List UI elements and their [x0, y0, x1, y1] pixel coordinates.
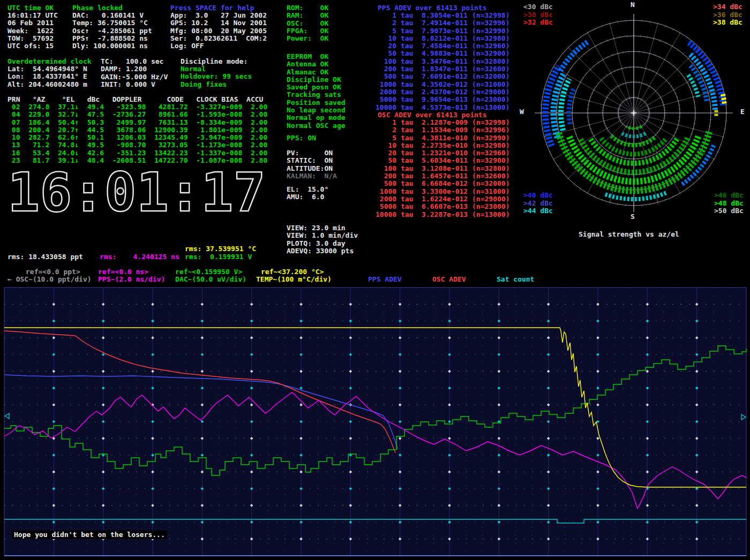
status-line: Normal [181, 65, 252, 73]
status-line: RAM: OK [287, 12, 328, 19]
table-row: 02 274.8 37.1↓ 49.4 -323.98 4281.72 -3.3… [8, 103, 267, 111]
compass-east: E [740, 108, 745, 116]
status-line: FPGA: OK [287, 27, 328, 35]
adev-row: 1000 tau 3.3300e-012 (n=31000) [376, 188, 509, 195]
dbc-legend-label: >32 dBc [523, 19, 553, 27]
signal-strength-polar-map [530, 9, 739, 218]
status-line: Power: OK [287, 35, 328, 42]
status-line: Lat: 54.4964948° N [8, 65, 87, 73]
status-line: GPS: 10.2 14 Nov 2001 [170, 19, 267, 27]
rms-dac: rms: 0.159931 V [185, 253, 252, 261]
adev-row: 5000 tau 6.6607e-013 (n=23000) [376, 203, 509, 210]
dbc-legend-label: >30 dBc [523, 11, 553, 19]
table-row: 16 53.4 24.0↓ 42.6 -351.23 13422.23 -1.3… [8, 149, 267, 157]
adev-row: 10000 tau 4.5373e-013 (n=13000) [376, 104, 509, 111]
status-line: OSC: OK [287, 20, 328, 27]
status-line: Antenna OK [287, 60, 346, 68]
status-line: No leap second [287, 107, 346, 114]
status-line: VIEW: 1.0 min/div [287, 232, 358, 239]
status-line: PLOTQ: 3.0 day [287, 240, 358, 247]
table-row: 10 282.7 62.6↑ 50.1 1206.03 12345.49 -3.… [8, 134, 267, 141]
dbc-legend-label: >34 dBc [713, 3, 742, 11]
adev-row: 200 tau 1.8347e-011 (n=32600) [376, 65, 509, 73]
status-line: Week: 1622 [8, 27, 58, 35]
status-line: Ser: 0.82362611 COM:2 [170, 35, 267, 42]
status-line: VIEW: 23.0 min [287, 224, 358, 232]
dbc-legend-label: >44 dBc [523, 207, 553, 215]
adev-row: 100 tau 3.3476e-011 (n=32800) [376, 58, 509, 65]
loop-param-lines: TC: 100.0 secDAMP: 1.200GAIN:-5.000 Hz/V… [101, 58, 168, 88]
status-line: STATIC: ON [287, 157, 333, 164]
adev-row: 200 tau 1.6457e-011 (n=32600) [376, 172, 509, 180]
osc-adev-rows: 1 tau 2.1287e-009 (n=32998) 2 tau 1.1534… [376, 119, 509, 218]
dbc-legend-label: >40 dBc [523, 192, 553, 200]
status-line: PPS↑ -7.888502 ns [72, 35, 152, 42]
status-line: Osc↑ -4.285061 ppt [72, 27, 152, 35]
mask-lines: EL: 15.0°AMU: 6.0 [287, 186, 328, 201]
adev-row: 5000 tau 9.9654e-013 (n=23000) [376, 96, 509, 103]
kalman-state: KALMAN: N/A [287, 172, 337, 180]
compass-west: W [520, 108, 524, 116]
adev-row: 500 tau 7.6091e-012 (n=32000) [376, 73, 509, 80]
status-line: ALTITUDE:ON [287, 165, 333, 172]
dac-scale-label: DAC~(50.0 uV/div) [175, 276, 246, 283]
dbc-legend-label: >50 dBc [714, 207, 744, 215]
status-line: Log: OFF [170, 42, 267, 50]
digital-clock-digits: 16:01:17 [8, 161, 266, 221]
status-line: Almanac OK [287, 69, 346, 76]
table-row: 04 229.0 32.7↓ 47.5 -2736.27 8961.66 -1.… [8, 111, 267, 118]
status-message: Hope you didn't bet on the losers... [12, 531, 167, 539]
dbc-legend-label: >48 dBc [714, 200, 744, 208]
dbc-legend-label: >42 dBc [523, 200, 553, 208]
adev-row: 5 tau 4.3811e-010 (n=32990) [376, 134, 509, 142]
status-line: TC: 100.0 sec [101, 58, 168, 65]
status-line: Temp: 36.750015 °C [72, 19, 152, 27]
status-line: 06 Feb 2011 [8, 19, 58, 27]
status-line: DAMP: 1.200 [101, 65, 168, 73]
rms-osc: rms: 18.433058 ppt [8, 253, 83, 261]
adev-row: 1000 tau 4.3502e-012 (n=31000) [376, 81, 509, 88]
status-line: Dly: 100.000001 ns [72, 42, 152, 50]
adev-row: 10000 tau 3.2287e-013 (n=13000) [376, 211, 509, 218]
status-line: App: 3.0 27 Jun 2002 [170, 12, 267, 19]
fix-mode-lines: PV: ONSTATIC: ONALTITUDE:ON [287, 149, 333, 172]
status-line: DAC: 0.160141 V [72, 12, 152, 19]
status-line: AMU: 6.0 [287, 193, 328, 201]
utc-status-lines: 16:01:17 UTC06 Feb 2011Week: 1622TOW: 57… [8, 12, 58, 50]
status-line: INIT: 0.000 V [101, 81, 168, 88]
adev-row: 50 tau 4.9883e-011 (n=32900) [376, 50, 509, 57]
lady-heather-screen: { "top": { "utc": {"title": "UTC time OK… [0, 0, 750, 560]
pps-state: PPS: ON [287, 134, 316, 142]
dbc-legend-top-left: <30 dBc>30 dBc>32 dBc [523, 3, 553, 27]
status-line: Mfg: 08:00 20 May 2005 [170, 27, 267, 35]
status-line: Alt: 204.46002480 m [8, 81, 87, 88]
status-line: PV: ON [287, 149, 333, 157]
adev-row: 10 tau 2.2735e-010 (n=32980) [376, 142, 509, 149]
discipline-lines: NormalHoldover: 99 secsDoing fixes [181, 65, 252, 88]
compass-south: S [631, 213, 635, 221]
sat-table-rows: 02 274.8 37.1↓ 49.4 -323.98 4281.72 -3.3… [8, 103, 267, 164]
position-lines: Lat: 54.4964948° NLon: 18.4337841° EAlt:… [8, 65, 87, 88]
status-line: EEPROM OK [287, 53, 346, 60]
status-line: Doing fixes [181, 81, 252, 88]
status-line: UTC ofs: 15 [8, 42, 58, 50]
status-line: Discipline OK [287, 76, 346, 84]
adev-row: 20 tau 7.4584e-011 (n=32960) [376, 42, 509, 50]
adev-row: 5 tau 7.9073e-011 (n=32990) [376, 27, 509, 35]
osc-scale-label: ← OSC~(10.0 ppt/div) [8, 276, 92, 283]
status-line: 16:01:17 UTC [8, 12, 58, 19]
status-line: Tracking sats [287, 91, 346, 99]
adev-row: 2000 tau 1.6224e-012 (n=29000) [376, 195, 509, 203]
adev-row: 1 tau 2.1287e-009 (n=32998) [376, 119, 509, 126]
adev-row: 2 tau 7.4914e-011 (n=32996) [376, 19, 509, 27]
status-line: Normal OSC age [287, 122, 346, 130]
version-lines: App: 3.0 27 Jun 2002GPS: 10.2 14 Nov 200… [170, 12, 267, 50]
adev-row: 2 tau 1.1534e-009 (n=32996) [376, 126, 509, 134]
dbc-legend-bottom-right: >46 dBc>48 dBc>50 dBc [714, 192, 744, 215]
adev-row: 20 tau 1.2321e-010 (n=32960) [376, 149, 509, 157]
status-line: EL: 15.0° [287, 186, 328, 193]
table-row: 07 186.4 50.4↑ 50.3 2499.97 7631.13 -8.3… [8, 119, 267, 126]
status-line: GAIN:-5.000 Hz/V [101, 73, 168, 81]
status-line: Saved posn OK [287, 84, 346, 91]
strip-chart-plot[interactable] [0, 284, 750, 560]
